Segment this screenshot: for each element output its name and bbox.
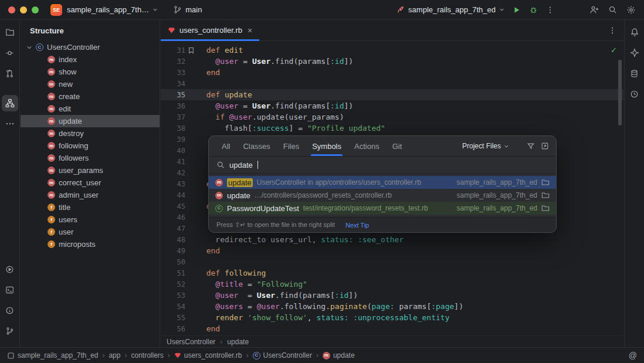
structure-item-new[interactable]: mnew: [21, 78, 160, 90]
code-line-50[interactable]: 50: [161, 256, 623, 267]
structure-tool-icon[interactable]: [2, 95, 18, 111]
line-number[interactable]: 54: [161, 303, 185, 311]
line-number[interactable]: 52: [161, 280, 185, 289]
code-line-56[interactable]: 56 end: [161, 323, 623, 334]
structure-item-edit[interactable]: medit: [21, 103, 160, 115]
line-number[interactable]: 42: [161, 169, 185, 177]
structure-item-show[interactable]: mshow: [21, 66, 160, 78]
line-number[interactable]: 38: [161, 124, 185, 133]
project-tool-icon[interactable]: [2, 24, 18, 40]
structure-item-users[interactable]: fusers: [21, 213, 160, 226]
search-result-1[interactable]: mupdateUsersController in app/controller…: [209, 176, 556, 189]
breadcrumb-app[interactable]: app: [109, 351, 120, 359]
problems-tool-icon[interactable]: [2, 302, 18, 318]
line-number[interactable]: 55: [161, 314, 185, 322]
line-number[interactable]: 33: [161, 69, 185, 77]
close-window-button[interactable]: [8, 6, 15, 13]
line-number[interactable]: 56: [161, 325, 185, 333]
popup-tab-files[interactable]: Files: [283, 136, 299, 156]
close-tab-icon[interactable]: ×: [248, 26, 252, 35]
breadcrumb-users_controller.rb[interactable]: users_controller.rb: [174, 351, 242, 359]
line-number[interactable]: 53: [161, 291, 185, 300]
code-line-48[interactable]: 48 redirect_to users_url, status: :see_o…: [161, 234, 623, 245]
code-line-52[interactable]: 52 @title = "Following": [161, 279, 623, 290]
line-number[interactable]: 48: [161, 236, 185, 244]
editor-scrollbar[interactable]: [618, 60, 622, 125]
structure-item-update[interactable]: mupdate: [21, 115, 160, 127]
code-line-51[interactable]: 51 def following: [161, 267, 623, 279]
code-line-49[interactable]: 49 end: [161, 245, 623, 256]
popup-tab-symbols[interactable]: Symbols: [312, 136, 341, 156]
line-number[interactable]: 37: [161, 113, 185, 121]
history-tool-icon[interactable]: [626, 86, 643, 102]
structure-root-users-controller[interactable]: C UsersController: [21, 41, 160, 53]
more-tool-windows-icon[interactable]: [2, 116, 18, 132]
line-number[interactable]: 32: [161, 57, 185, 66]
more-run-actions-button[interactable]: [546, 6, 554, 14]
structure-item-user_params[interactable]: muser_params: [21, 164, 160, 177]
line-number[interactable]: 35: [161, 91, 185, 99]
breadcrumb-method[interactable]: update: [227, 338, 249, 346]
at-icon[interactable]: @: [629, 351, 637, 360]
project-widget[interactable]: sample_rails_app_7th…: [67, 5, 158, 14]
structure-item-microposts[interactable]: fmicroposts: [21, 238, 160, 250]
terminal-tool-icon[interactable]: [2, 281, 18, 298]
search-icon[interactable]: [608, 5, 617, 14]
structure-item-create[interactable]: mcreate: [21, 90, 160, 103]
code-line-38[interactable]: 38 flash[:success] = "Profile updated": [161, 123, 623, 134]
code-line-33[interactable]: 33 end: [161, 67, 623, 78]
search-result-2[interactable]: mupdate…/controllers/password_resets_con…: [209, 189, 556, 202]
popup-tab-actions[interactable]: Actions: [354, 136, 379, 156]
debug-button[interactable]: [529, 5, 538, 14]
database-tool-icon[interactable]: [626, 65, 643, 82]
scope-selector[interactable]: Project Files: [462, 142, 509, 150]
next-tip-link[interactable]: Next Tip: [345, 222, 369, 229]
search-input[interactable]: update: [209, 156, 556, 174]
run-button[interactable]: [513, 6, 521, 14]
line-number[interactable]: 36: [161, 102, 185, 110]
structure-item-following[interactable]: mfollowing: [21, 140, 160, 152]
structure-item-followers[interactable]: mfollowers: [21, 152, 160, 164]
tab-users-controller[interactable]: users_controller.rb ×: [161, 20, 259, 40]
line-number[interactable]: 50: [161, 258, 185, 266]
breadcrumb-update[interactable]: mupdate: [323, 351, 355, 359]
line-number[interactable]: 47: [161, 225, 185, 233]
filter-funnel-icon[interactable]: [527, 142, 535, 150]
zoom-window-button[interactable]: [32, 6, 39, 13]
code-line-55[interactable]: 55 render 'show_follow', status: :unproc…: [161, 312, 623, 323]
line-number[interactable]: 49: [161, 247, 185, 255]
structure-item-destroy[interactable]: mdestroy: [21, 127, 160, 140]
structure-item-index[interactable]: mindex: [21, 53, 160, 66]
breadcrumb-class[interactable]: UsersController: [167, 338, 215, 346]
search-result-3[interactable]: CPasswordUpdateTesttest/integration/pass…: [209, 202, 556, 215]
code-line-36[interactable]: 36 @user = User.find(params[:id]): [161, 100, 623, 111]
ai-assistant-icon[interactable]: [626, 45, 643, 61]
line-number[interactable]: 34: [161, 80, 185, 88]
line-number[interactable]: 45: [161, 202, 185, 211]
inspections-ok-icon[interactable]: ✓: [611, 46, 617, 55]
popup-tab-all[interactable]: All: [222, 136, 230, 156]
editor-options-icon[interactable]: [601, 20, 623, 40]
commit-tool-icon[interactable]: [2, 45, 18, 61]
notifications-bell-icon[interactable]: [626, 24, 643, 40]
structure-item-admin_user[interactable]: madmin_user: [21, 189, 160, 201]
popup-tab-git[interactable]: Git: [392, 136, 402, 156]
line-number[interactable]: 43: [161, 180, 185, 188]
code-line-34[interactable]: 34: [161, 78, 623, 89]
structure-item-user[interactable]: fuser: [21, 226, 160, 238]
code-line-37[interactable]: 37 if @user.update(user_params): [161, 111, 623, 123]
structure-item-correct_user[interactable]: mcorrect_user: [21, 177, 160, 189]
pull-requests-tool-icon[interactable]: [2, 65, 18, 82]
code-line-31[interactable]: 31 def edit: [161, 45, 623, 56]
branch-widget[interactable]: main: [173, 5, 202, 14]
popup-tab-classes[interactable]: Classes: [243, 136, 270, 156]
structure-item-title[interactable]: ftitle: [21, 201, 160, 213]
line-number[interactable]: 40: [161, 147, 185, 155]
line-number[interactable]: 31: [161, 46, 185, 55]
breadcrumb-sample_rails_app_7th_ed[interactable]: sample_rails_app_7th_ed: [7, 351, 98, 359]
code-line-32[interactable]: 32 @user = User.find(params[:id]): [161, 56, 623, 67]
line-number[interactable]: 41: [161, 158, 185, 166]
settings-gear-icon[interactable]: [626, 5, 636, 15]
add-user-icon[interactable]: [589, 5, 599, 15]
line-number[interactable]: 44: [161, 191, 185, 199]
